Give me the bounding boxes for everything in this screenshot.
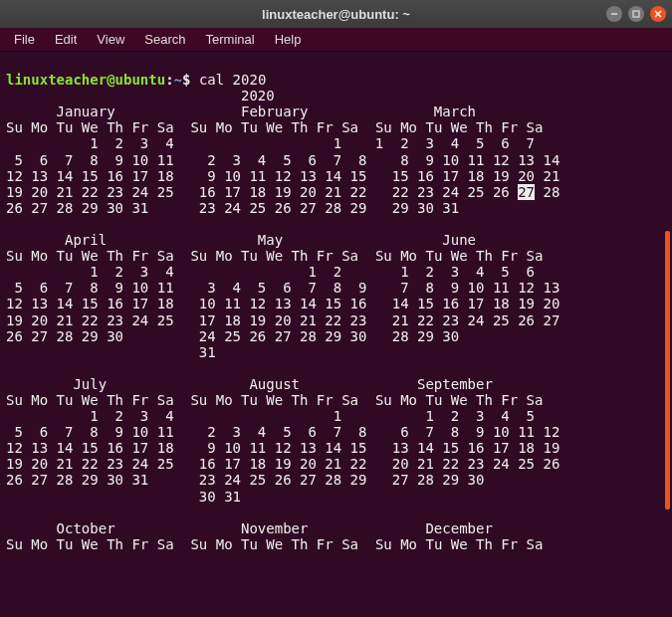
row1-titles: January February March <box>6 103 560 119</box>
menu-terminal[interactable]: Terminal <box>198 30 263 49</box>
r3w2: 5 6 7 8 9 10 11 2 3 4 5 6 7 8 6 7 8 9 10… <box>6 424 560 440</box>
menu-search[interactable]: Search <box>136 30 193 49</box>
prompt-path: ~ <box>174 72 182 88</box>
r1w2: 5 6 7 8 9 10 11 2 3 4 5 6 7 8 8 9 10 11 … <box>6 152 560 168</box>
r1w5: 26 27 28 29 30 31 23 24 25 26 27 28 29 2… <box>6 200 560 216</box>
r2w2: 5 6 7 8 9 10 11 3 4 5 6 7 8 9 7 8 9 10 1… <box>6 280 560 296</box>
minimize-icon[interactable] <box>606 6 622 22</box>
row1-header: Su Mo Tu We Th Fr Sa Su Mo Tu We Th Fr S… <box>6 119 543 135</box>
row4-header: Su Mo Tu We Th Fr Sa Su Mo Tu We Th Fr S… <box>6 536 543 552</box>
r3w6: 30 31 <box>6 489 560 505</box>
r1w1: 1 2 3 4 1 1 2 3 4 5 6 7 <box>6 135 535 151</box>
close-icon[interactable] <box>650 6 666 22</box>
scrollbar-thumb[interactable] <box>665 231 670 510</box>
menubar: File Edit View Search Terminal Help <box>0 28 672 52</box>
r1w4: 19 20 21 22 23 24 25 16 17 18 19 20 21 2… <box>6 184 560 200</box>
row2-header: Su Mo Tu We Th Fr Sa Su Mo Tu We Th Fr S… <box>6 248 543 264</box>
r3w3: 12 13 14 15 16 17 18 9 10 11 12 13 14 15… <box>6 440 560 456</box>
r3w4: 19 20 21 22 23 24 25 16 17 18 19 20 21 2… <box>6 456 560 472</box>
window-controls <box>606 6 666 22</box>
r2w1: 1 2 3 4 1 2 1 2 3 4 5 6 <box>6 264 535 280</box>
r2w6: 31 <box>6 344 560 360</box>
maximize-icon[interactable] <box>628 6 644 22</box>
command-text: cal 2020 <box>199 72 266 88</box>
row3-header: Su Mo Tu We Th Fr Sa Su Mo Tu We Th Fr S… <box>6 392 543 408</box>
row2-titles: April May June <box>6 232 560 248</box>
window-title: linuxteacher@ubuntu: ~ <box>262 7 410 22</box>
cal-year: 2020 <box>6 88 275 103</box>
prompt-sep: : <box>165 72 173 88</box>
r3w1: 1 2 3 4 1 1 2 3 4 5 <box>6 408 535 424</box>
r2w3: 12 13 14 15 16 17 18 10 11 12 13 14 15 1… <box>6 296 560 311</box>
row3-titles: July August September <box>6 376 560 392</box>
menu-file[interactable]: File <box>6 30 43 49</box>
r1w3: 12 13 14 15 16 17 18 9 10 11 12 13 14 15… <box>6 168 560 184</box>
prompt-user: linuxteacher@ubuntu <box>6 72 165 88</box>
today-cell: 27 <box>518 184 535 200</box>
r2w4: 19 20 21 22 23 24 25 17 18 19 20 21 22 2… <box>6 312 560 328</box>
menu-help[interactable]: Help <box>267 30 310 49</box>
terminal-area[interactable]: linuxteacher@ubuntu:~$ cal 2020 2020 Jan… <box>0 52 672 617</box>
menu-view[interactable]: View <box>89 30 132 49</box>
svg-rect-1 <box>633 11 639 17</box>
row4-titles: October November December <box>6 520 560 536</box>
r2w5: 26 27 28 29 30 24 25 26 27 28 29 30 28 2… <box>6 328 560 344</box>
r3w5: 26 27 28 29 30 31 23 24 25 26 27 28 29 2… <box>6 472 560 488</box>
titlebar: linuxteacher@ubuntu: ~ <box>0 0 672 28</box>
menu-edit[interactable]: Edit <box>47 30 85 49</box>
prompt-dollar: $ <box>182 72 199 88</box>
